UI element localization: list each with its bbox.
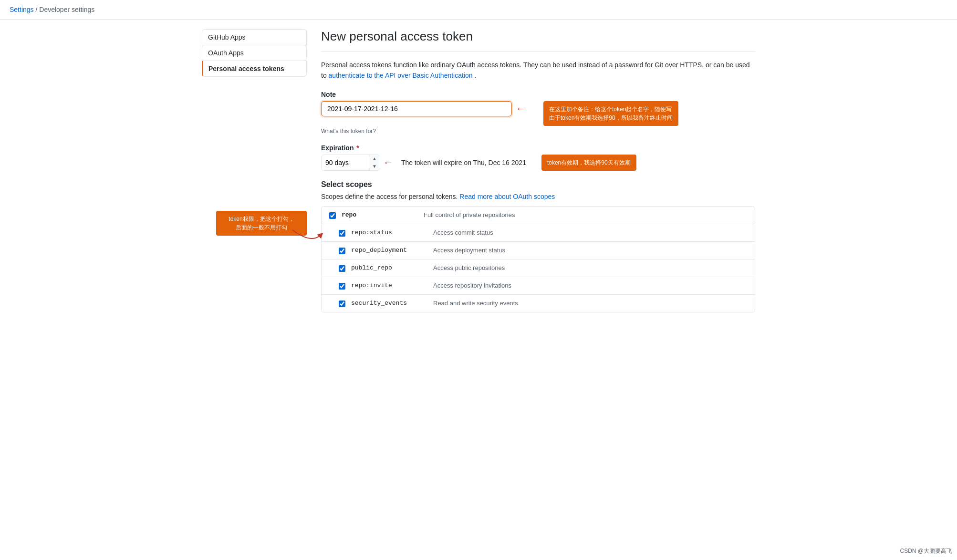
- expiration-control: 7 days 30 days 60 days 90 days Custom No…: [321, 155, 394, 171]
- description-text-2: .: [474, 72, 476, 79]
- note-label: Note: [321, 91, 755, 98]
- scope-checkbox-repo-deployment[interactable]: [339, 248, 345, 254]
- scope-desc-security-events: Read and write security events: [433, 300, 518, 307]
- sidebar-item-personal-access-tokens[interactable]: Personal access tokens: [202, 61, 307, 77]
- scope-row-public-repo: public_repo Access public repositories: [322, 259, 755, 277]
- scope-checkbox-repo-invite[interactable]: [339, 283, 345, 290]
- expiration-spinners[interactable]: ▲ ▼: [369, 155, 380, 170]
- page-title: New personal access token: [321, 29, 755, 52]
- breadcrumb-separator: /: [35, 6, 37, 13]
- scope-desc-repo-deployment: Access deployment status: [433, 247, 505, 254]
- expiration-required-marker: *: [356, 144, 359, 152]
- left-annotation: token权限，把这个打勾，后面的一般不用打勾: [216, 211, 307, 236]
- scopes-table-wrapper: token权限，把这个打勾，后面的一般不用打勾 repo: [321, 206, 755, 312]
- note-annotation: 在这里加个备注：给这个token起个名字，随便写 由于token有效期我选择90…: [543, 101, 678, 126]
- breadcrumb: Settings / Developer settings: [0, 0, 957, 20]
- scope-row-repo-invite: repo:invite Access repository invitation…: [322, 277, 755, 295]
- scope-name-repo-invite: repo:invite: [351, 282, 427, 289]
- scope-row-security-events: security_events Read and write security …: [322, 295, 755, 312]
- scope-desc-repo-status: Access commit status: [433, 229, 493, 236]
- page-description: Personal access tokens function like ord…: [321, 60, 755, 81]
- breadcrumb-current: Developer settings: [39, 6, 94, 13]
- expiration-down-arrow[interactable]: ▼: [369, 163, 380, 170]
- note-form-group: Note ← 在这里加个备注：给这个token起个名字，随便写 由于token有…: [321, 91, 755, 135]
- expiration-row: 7 days 30 days 60 days 90 days Custom No…: [321, 155, 755, 171]
- note-arrow: ←: [516, 104, 526, 114]
- scopes-link[interactable]: Read more about OAuth scopes: [459, 193, 555, 200]
- note-row: ← 在这里加个备注：给这个token起个名字，随便写 由于token有效期我选择…: [321, 101, 755, 126]
- scope-checkbox-repo-status[interactable]: [339, 230, 345, 237]
- scope-row-repo-deployment: repo_deployment Access deployment status: [322, 242, 755, 259]
- expiration-label: Expiration *: [321, 144, 755, 152]
- note-input-wrapper: ←: [321, 101, 526, 116]
- scope-row-repo-status: repo:status Access commit status: [322, 224, 755, 242]
- sidebar: GitHub Apps OAuth Apps Personal access t…: [202, 29, 307, 322]
- note-hint: What's this token for?: [321, 128, 755, 135]
- expiration-form-group: Expiration * 7 days 30 days 60 days 90 d…: [321, 144, 755, 171]
- note-input[interactable]: [321, 101, 512, 116]
- scope-checkbox-repo[interactable]: [329, 212, 336, 219]
- description-link[interactable]: authenticate to the API over Basic Authe…: [329, 72, 473, 79]
- scopes-description: Scopes define the access for personal to…: [321, 193, 755, 200]
- scope-desc-public-repo: Access public repositories: [433, 264, 505, 271]
- settings-link[interactable]: Settings: [10, 6, 34, 13]
- scopes-section: Select scopes Scopes define the access f…: [321, 180, 755, 312]
- scopes-table: repo Full control of private repositorie…: [321, 206, 755, 312]
- main-content: New personal access token Personal acces…: [321, 29, 755, 322]
- expiration-up-arrow[interactable]: ▲: [369, 155, 380, 163]
- scope-checkbox-security-events[interactable]: [339, 301, 345, 307]
- expiration-select-wrapper: 7 days 30 days 60 days 90 days Custom No…: [321, 155, 380, 171]
- expiration-select[interactable]: 7 days 30 days 60 days 90 days Custom No…: [322, 156, 369, 169]
- scope-name-public-repo: public_repo: [351, 264, 427, 271]
- expiration-expire-text: The token will expire on Thu, Dec 16 202…: [401, 159, 526, 166]
- sidebar-item-oauth-apps[interactable]: OAuth Apps: [202, 45, 307, 61]
- expiration-annotation: token有效期，我选择90天有效期: [541, 155, 636, 171]
- sidebar-item-github-apps[interactable]: GitHub Apps: [202, 29, 307, 45]
- page-layout: GitHub Apps OAuth Apps Personal access t…: [192, 20, 765, 332]
- scope-checkbox-public-repo[interactable]: [339, 265, 345, 272]
- scope-row-repo: repo Full control of private repositorie…: [322, 207, 755, 224]
- scope-desc-repo: Full control of private repositories: [424, 211, 515, 218]
- scope-desc-repo-invite: Access repository invitations: [433, 282, 511, 289]
- scope-name-repo-deployment: repo_deployment: [351, 247, 427, 254]
- scopes-desc-text: Scopes define the access for personal to…: [321, 193, 459, 200]
- scopes-title: Select scopes: [321, 180, 755, 189]
- scope-name-repo-status: repo:status: [351, 229, 427, 236]
- scope-name-repo: repo: [342, 211, 418, 218]
- scope-name-security-events: security_events: [351, 300, 427, 307]
- expiration-arrow-indicator: ←: [383, 157, 394, 168]
